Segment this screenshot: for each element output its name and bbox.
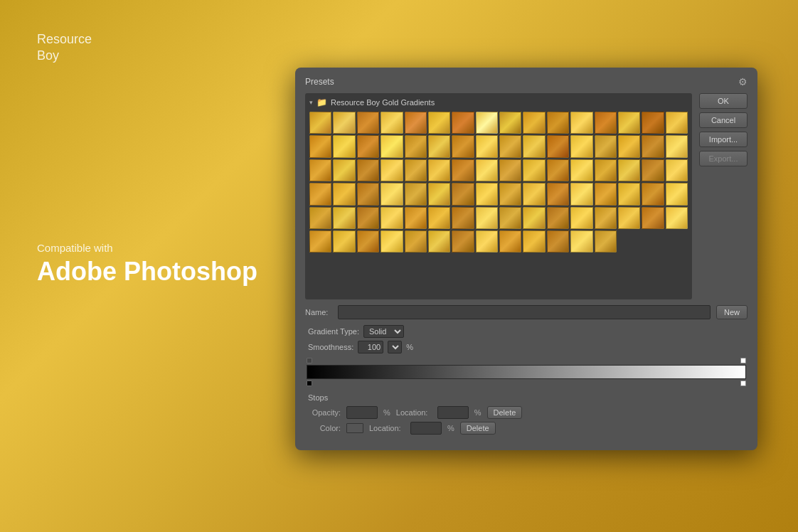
gradient-swatch[interactable] bbox=[357, 135, 379, 157]
gradient-swatch[interactable] bbox=[499, 159, 521, 181]
gradient-swatch[interactable] bbox=[570, 183, 592, 205]
gradient-swatch[interactable] bbox=[428, 135, 450, 157]
gradient-swatch[interactable] bbox=[618, 183, 640, 205]
smoothness-input[interactable] bbox=[358, 341, 383, 353]
gradient-swatch[interactable] bbox=[452, 230, 474, 252]
gradient-swatch[interactable] bbox=[333, 135, 355, 157]
gradient-swatch[interactable] bbox=[618, 159, 640, 181]
color-swatch[interactable] bbox=[346, 423, 363, 433]
gradient-swatch[interactable] bbox=[405, 207, 427, 229]
gradient-swatch[interactable] bbox=[642, 183, 664, 205]
gradient-swatch[interactable] bbox=[547, 207, 569, 229]
gradient-swatch[interactable] bbox=[666, 159, 688, 181]
gradient-swatch[interactable] bbox=[523, 159, 545, 181]
gradient-swatch[interactable] bbox=[595, 112, 617, 134]
gradient-swatch[interactable] bbox=[642, 112, 664, 134]
ok-button[interactable]: OK bbox=[699, 93, 748, 109]
gradient-swatch[interactable] bbox=[428, 207, 450, 229]
gradient-swatch[interactable] bbox=[570, 230, 592, 252]
gradient-swatch[interactable] bbox=[547, 159, 569, 181]
gradient-swatch[interactable] bbox=[523, 135, 545, 157]
gradient-swatch[interactable] bbox=[476, 112, 498, 134]
opacity-stop-left[interactable] bbox=[307, 358, 312, 363]
opacity-stop-right[interactable] bbox=[740, 358, 746, 363]
gradient-swatch[interactable] bbox=[595, 230, 617, 252]
opacity-delete-button[interactable]: Delete bbox=[487, 406, 523, 419]
gradient-swatch[interactable] bbox=[476, 207, 498, 229]
gradient-swatch[interactable] bbox=[595, 183, 617, 205]
color-delete-button[interactable]: Delete bbox=[460, 422, 496, 435]
gradient-swatch[interactable] bbox=[499, 230, 521, 252]
new-button[interactable]: New bbox=[716, 305, 748, 319]
opacity-location-input[interactable] bbox=[437, 406, 469, 419]
gradient-swatch[interactable] bbox=[405, 112, 427, 134]
gradient-swatch[interactable] bbox=[523, 207, 545, 229]
gradient-swatch[interactable] bbox=[618, 135, 640, 157]
gradient-swatch[interactable] bbox=[428, 112, 450, 134]
gradient-swatch[interactable] bbox=[333, 159, 355, 181]
gradient-swatch[interactable] bbox=[452, 135, 474, 157]
smoothness-unit-select[interactable]: ▾ bbox=[388, 341, 402, 353]
gradient-swatch[interactable] bbox=[547, 183, 569, 205]
gradient-swatch[interactable] bbox=[405, 230, 427, 252]
color-stop-left[interactable] bbox=[307, 381, 312, 386]
gradient-swatch[interactable] bbox=[309, 159, 331, 181]
gradient-swatch[interactable] bbox=[452, 183, 474, 205]
gradient-swatch[interactable] bbox=[499, 183, 521, 205]
gradient-swatch[interactable] bbox=[381, 135, 403, 157]
gradient-swatch[interactable] bbox=[357, 207, 379, 229]
gradient-swatch[interactable] bbox=[428, 159, 450, 181]
gradient-swatch[interactable] bbox=[381, 230, 403, 252]
gradient-swatch[interactable] bbox=[642, 159, 664, 181]
cancel-button[interactable]: Cancel bbox=[699, 112, 748, 128]
gradient-swatch[interactable] bbox=[570, 207, 592, 229]
color-location-input[interactable] bbox=[410, 422, 442, 435]
gradient-type-select[interactable]: Solid Noise bbox=[363, 325, 404, 338]
gradient-swatch[interactable] bbox=[618, 112, 640, 134]
gradient-swatch[interactable] bbox=[381, 183, 403, 205]
gradient-swatch[interactable] bbox=[428, 230, 450, 252]
gradient-swatch[interactable] bbox=[523, 112, 545, 134]
gradient-swatch[interactable] bbox=[405, 135, 427, 157]
gradient-swatch[interactable] bbox=[309, 135, 331, 157]
name-input[interactable] bbox=[338, 305, 711, 319]
gradient-swatch[interactable] bbox=[452, 112, 474, 134]
gradient-swatch[interactable] bbox=[523, 230, 545, 252]
gradient-swatch[interactable] bbox=[333, 207, 355, 229]
gradient-swatch[interactable] bbox=[357, 183, 379, 205]
gradient-swatch[interactable] bbox=[428, 183, 450, 205]
gradient-swatch[interactable] bbox=[666, 135, 688, 157]
gear-icon[interactable]: ⚙ bbox=[738, 76, 748, 87]
gradient-swatch[interactable] bbox=[357, 230, 379, 252]
gradient-swatch[interactable] bbox=[309, 207, 331, 229]
gradient-swatch[interactable] bbox=[595, 135, 617, 157]
gradient-swatch[interactable] bbox=[333, 230, 355, 252]
gradient-swatch[interactable] bbox=[666, 207, 688, 229]
gradient-swatch[interactable] bbox=[595, 159, 617, 181]
gradient-swatch[interactable] bbox=[547, 230, 569, 252]
gradient-swatch[interactable] bbox=[357, 159, 379, 181]
gradient-swatch[interactable] bbox=[499, 207, 521, 229]
gradient-swatch[interactable] bbox=[570, 159, 592, 181]
gradient-swatch[interactable] bbox=[618, 207, 640, 229]
gradient-swatch[interactable] bbox=[476, 230, 498, 252]
gradient-swatch[interactable] bbox=[570, 135, 592, 157]
color-stop-right[interactable] bbox=[740, 381, 746, 386]
gradient-swatch[interactable] bbox=[357, 112, 379, 134]
gradient-swatch[interactable] bbox=[642, 135, 664, 157]
gradient-swatch[interactable] bbox=[595, 207, 617, 229]
gradient-swatch[interactable] bbox=[570, 112, 592, 134]
gradient-swatch[interactable] bbox=[333, 112, 355, 134]
gradient-swatch[interactable] bbox=[476, 159, 498, 181]
gradient-swatch[interactable] bbox=[381, 159, 403, 181]
gradient-swatch[interactable] bbox=[499, 135, 521, 157]
opacity-input[interactable] bbox=[346, 406, 378, 419]
gradient-swatch[interactable] bbox=[666, 112, 688, 134]
gradient-swatch[interactable] bbox=[452, 207, 474, 229]
gradient-swatch[interactable] bbox=[309, 183, 331, 205]
gradient-swatch[interactable] bbox=[499, 112, 521, 134]
gradient-swatch[interactable] bbox=[476, 135, 498, 157]
gradient-swatch[interactable] bbox=[405, 159, 427, 181]
gradient-swatch[interactable] bbox=[381, 207, 403, 229]
gradient-swatch[interactable] bbox=[547, 135, 569, 157]
